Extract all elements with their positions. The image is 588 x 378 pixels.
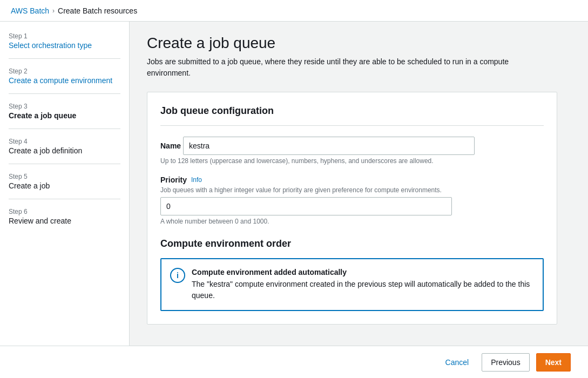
sidebar-item-step2: Step 2 Create a compute environment (9, 68, 120, 85)
svg-text:i: i (177, 271, 179, 280)
previous-button[interactable]: Previous (482, 353, 529, 372)
compute-section-title: Compute environment order (160, 238, 544, 249)
priority-info-link[interactable]: Info (191, 176, 202, 184)
page-description: Jobs are submitted to a job queue, where… (147, 56, 536, 79)
step-divider-5 (9, 199, 120, 199)
breadcrumb-aws-batch[interactable]: AWS Batch (11, 6, 49, 15)
priority-row: Priority Info (160, 176, 544, 184)
compute-env-info-box: i Compute environment added automaticall… (160, 258, 544, 311)
priority-field-group: Priority Info Job queues with a higher i… (160, 176, 544, 225)
breadcrumb-separator: › (52, 7, 55, 15)
step-divider-3 (9, 129, 120, 129)
top-bar: AWS Batch › Create Batch resources (0, 0, 588, 22)
priority-desc: Job queues with a higher integer value f… (160, 186, 544, 194)
step5-label: Step 5 (9, 173, 120, 180)
step3-title: Create a job queue (9, 111, 120, 120)
footer: Cancel Previous Next (0, 346, 588, 378)
step-divider-1 (9, 58, 120, 59)
info-box-content: Compute environment added automatically … (192, 268, 534, 301)
page-title: Create a job queue (147, 35, 571, 52)
sidebar-item-step6: Step 6 Review and create (9, 208, 120, 225)
priority-hint: A whole number between 0 and 1000. (160, 218, 544, 225)
name-label: Name (160, 141, 181, 150)
next-button[interactable]: Next (536, 353, 571, 372)
main-layout: Step 1 Select orchestration type Step 2 … (0, 22, 588, 378)
priority-label: Priority (160, 176, 187, 184)
step6-title: Review and create (9, 217, 120, 225)
sidebar: Step 1 Select orchestration type Step 2 … (0, 22, 130, 378)
main-content: Create a job queue Jobs are submitted to… (130, 22, 588, 378)
config-section-title: Job queue configuration (160, 105, 544, 126)
step-divider-4 (9, 164, 120, 164)
name-hint: Up to 128 letters (uppercase and lowerca… (160, 157, 544, 165)
sidebar-item-step4: Step 4 Create a job definition (9, 138, 120, 155)
info-circle-icon: i (170, 268, 185, 283)
step2-title[interactable]: Create a compute environment (9, 76, 120, 85)
cancel-button[interactable]: Cancel (439, 355, 476, 370)
sidebar-item-step5: Step 5 Create a job (9, 173, 120, 190)
info-box-title: Compute environment added automatically (192, 268, 534, 276)
step5-title: Create a job (9, 181, 120, 190)
breadcrumb-current: Create Batch resources (58, 6, 137, 15)
step2-label: Step 2 (9, 68, 120, 75)
step6-label: Step 6 (9, 208, 120, 215)
info-box-desc: The "kestra" compute environment created… (192, 279, 534, 301)
step1-title[interactable]: Select orchestration type (9, 41, 120, 50)
step3-label: Step 3 (9, 103, 120, 110)
job-queue-config-card: Job queue configuration Name Up to 128 l… (147, 92, 557, 325)
sidebar-item-step3: Step 3 Create a job queue (9, 103, 120, 120)
name-field-group: Name Up to 128 letters (uppercase and lo… (160, 137, 544, 165)
step4-label: Step 4 (9, 138, 120, 145)
name-input[interactable] (183, 137, 475, 155)
step-divider-2 (9, 93, 120, 94)
sidebar-item-step1: Step 1 Select orchestration type (9, 32, 120, 50)
step4-title: Create a job definition (9, 146, 120, 155)
breadcrumb: AWS Batch › Create Batch resources (11, 6, 137, 15)
step1-label: Step 1 (9, 32, 120, 40)
priority-input[interactable] (160, 197, 452, 215)
